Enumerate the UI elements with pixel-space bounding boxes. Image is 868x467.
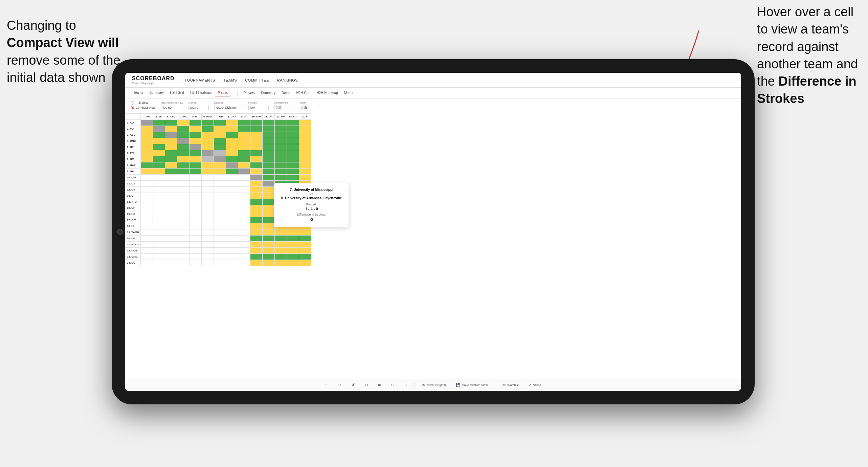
matrix-cell[interactable] — [140, 193, 153, 199]
matrix-cell[interactable] — [214, 138, 226, 144]
matrix-cell[interactable] — [201, 126, 214, 132]
matrix-cell[interactable] — [250, 126, 262, 132]
matrix-cell[interactable] — [238, 169, 250, 175]
matrix-cell[interactable] — [274, 169, 287, 175]
matrix-cell[interactable] — [226, 187, 238, 193]
matrix-cell[interactable] — [153, 248, 165, 254]
matrix-cell[interactable] — [250, 254, 262, 260]
matrix-cell[interactable] — [177, 138, 189, 144]
matrix-cell[interactable] — [153, 254, 165, 260]
matrix-cell[interactable] — [226, 254, 238, 260]
matrix-cell[interactable] — [274, 144, 287, 150]
matrix-cell[interactable] — [274, 126, 287, 132]
matrix-cell[interactable] — [299, 242, 311, 248]
matrix-cell[interactable] — [287, 150, 299, 156]
matrix-cell[interactable] — [250, 181, 262, 187]
matrix-cell[interactable] — [238, 156, 250, 162]
matrix-cell[interactable] — [274, 236, 287, 242]
subnav-players[interactable]: Players — [241, 90, 258, 96]
matrix-cell[interactable] — [189, 193, 201, 199]
grid-btn3[interactable]: ⊟ — [388, 381, 397, 388]
matrix-cell[interactable] — [189, 260, 201, 266]
matrix-cell[interactable] — [250, 169, 262, 175]
matrix-cell[interactable] — [226, 229, 238, 236]
matrix-cell[interactable] — [299, 156, 311, 162]
matrix-cell[interactable] — [189, 187, 201, 193]
matrix-cell[interactable] — [189, 199, 201, 205]
matrix-cell[interactable] — [262, 193, 274, 199]
matrix-cell[interactable] — [201, 120, 214, 126]
matrix-cell[interactable] — [153, 156, 165, 162]
matrix-cell[interactable] — [250, 211, 262, 217]
matrix-cell[interactable] — [189, 120, 201, 126]
matrix-cell[interactable] — [214, 236, 226, 242]
matrix-cell[interactable] — [177, 254, 189, 260]
matrix-cell[interactable] — [287, 144, 299, 150]
matrix-cell[interactable] — [250, 156, 262, 162]
matrix-cell[interactable] — [140, 138, 153, 144]
matrix-cell[interactable] — [214, 126, 226, 132]
matrix-cell[interactable] — [274, 120, 287, 126]
matrix-cell[interactable] — [189, 229, 201, 236]
matrix-cell[interactable] — [262, 175, 274, 181]
matrix-cell[interactable] — [238, 162, 250, 169]
matrix-cell[interactable] — [299, 120, 311, 126]
matrix-cell[interactable] — [140, 187, 153, 193]
matrix-cell[interactable] — [165, 199, 177, 205]
matrix-cell[interactable] — [201, 199, 214, 205]
matrix-cell[interactable] — [250, 132, 262, 138]
matrix-cell[interactable] — [262, 132, 274, 138]
matrix-cell[interactable] — [177, 120, 189, 126]
matrix-cell[interactable] — [238, 199, 250, 205]
matrix-cell[interactable] — [238, 144, 250, 150]
matrix-cell[interactable] — [214, 260, 226, 266]
matrix-cell[interactable] — [165, 126, 177, 132]
matrix-cell[interactable] — [250, 217, 262, 223]
matrix-cell[interactable] — [299, 248, 311, 254]
matrix-cell[interactable] — [140, 132, 153, 138]
matrix-cell[interactable] — [165, 242, 177, 248]
matrix-cell[interactable] — [299, 150, 311, 156]
matrix-cell[interactable] — [262, 162, 274, 169]
matrix-cell[interactable] — [287, 248, 299, 254]
matrix-cell[interactable] — [165, 193, 177, 199]
matrix-cell[interactable] — [238, 193, 250, 199]
matrix-cell[interactable] — [165, 162, 177, 169]
redo-btn[interactable]: ↪ — [335, 381, 344, 388]
matrix-cell[interactable] — [226, 132, 238, 138]
matrix-cell[interactable] — [153, 236, 165, 242]
matrix-cell[interactable] — [177, 187, 189, 193]
matrix-cell[interactable] — [287, 229, 299, 236]
matrix-cell[interactable] — [189, 156, 201, 162]
matrix-cell[interactable] — [189, 242, 201, 248]
matrix-cell[interactable] — [226, 211, 238, 217]
matrix-cell[interactable] — [226, 175, 238, 181]
matrix-cell[interactable] — [177, 248, 189, 254]
matrix-cell[interactable] — [262, 217, 274, 223]
matrix-cell[interactable] — [226, 181, 238, 187]
matrix-cell[interactable] — [201, 193, 214, 199]
matrix-cell[interactable] — [201, 162, 214, 169]
matrix-cell[interactable] — [177, 156, 189, 162]
matrix-cell[interactable] — [287, 175, 299, 181]
matrix-cell[interactable] — [262, 260, 274, 266]
matrix-cell[interactable] — [153, 229, 165, 236]
subnav-matrix[interactable]: Matrix — [215, 89, 230, 96]
matrix-cell[interactable] — [189, 236, 201, 242]
matrix-cell[interactable] — [274, 248, 287, 254]
matrix-cell[interactable] — [250, 223, 262, 229]
matrix-cell[interactable] — [153, 126, 165, 132]
matrix-cell[interactable] — [177, 205, 189, 211]
matrix-cell[interactable] — [140, 156, 153, 162]
matrix-cell[interactable] — [262, 211, 274, 217]
matrix-cell[interactable] — [214, 181, 226, 187]
region-select[interactable]: N/A — [248, 105, 269, 110]
matrix-cell[interactable] — [262, 120, 274, 126]
matrix-cell[interactable] — [189, 132, 201, 138]
matrix-cell[interactable] — [226, 217, 238, 223]
matrix-cell[interactable] — [201, 187, 214, 193]
matrix-cell[interactable] — [299, 126, 311, 132]
division-select[interactable]: NCAA Division I — [214, 105, 243, 110]
matrix-cell[interactable] — [226, 156, 238, 162]
matrix-cell[interactable] — [140, 236, 153, 242]
